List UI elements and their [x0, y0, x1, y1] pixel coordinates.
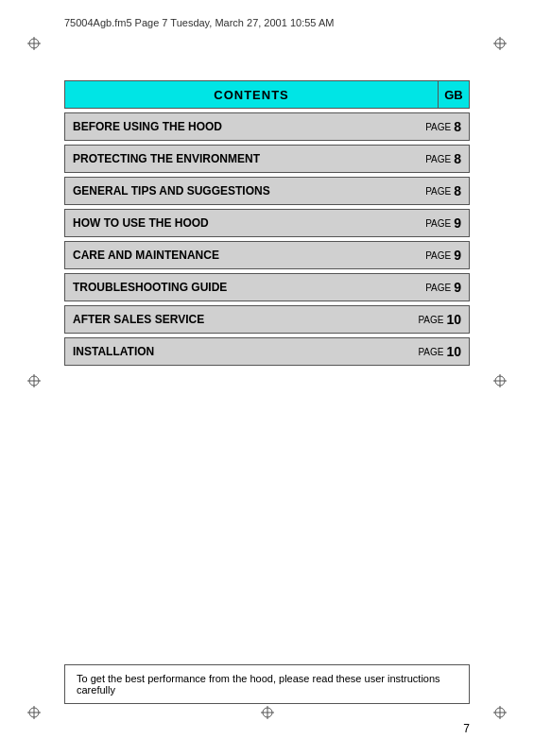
corner-mark-tr: [492, 36, 508, 51]
corner-mark-ml: [26, 373, 42, 388]
contents-title-row: CONTENTS GB: [64, 80, 470, 109]
toc-row-page: PAGE 9: [393, 210, 469, 236]
page: 75004Agb.fm5 Page 7 Tuesday, March 27, 2…: [0, 0, 534, 756]
toc-row-label: AFTER SALES SERVICE: [65, 306, 393, 333]
toc-page-word: PAGE: [418, 315, 443, 325]
toc-page-word: PAGE: [425, 218, 451, 229]
content-area: CONTENTS GB BEFORE USING THE HOOD PAGE 8…: [64, 80, 470, 366]
toc-page-number: 8: [454, 183, 461, 198]
toc-row-page: PAGE 10: [393, 338, 469, 365]
toc-row-title: BEFORE USING THE HOOD: [73, 120, 222, 133]
toc-row-label: TROUBLESHOOTING GUIDE: [65, 274, 393, 301]
toc-row-label: INSTALLATION: [65, 338, 393, 365]
toc-row-title: INSTALLATION: [73, 345, 154, 358]
toc-page-word: PAGE: [425, 250, 451, 261]
toc-row-label: HOW TO USE THE HOOD: [65, 210, 393, 236]
toc-page-number: 9: [454, 248, 461, 263]
toc-page-number: 10: [446, 312, 461, 327]
toc-row: AFTER SALES SERVICE PAGE 10: [64, 305, 470, 334]
toc-row-page: PAGE 8: [393, 146, 469, 172]
toc-row-page: PAGE 8: [393, 113, 469, 140]
toc-page-word: PAGE: [418, 347, 443, 357]
toc-row-label: GENERAL TIPS AND SUGGESTIONS: [65, 178, 393, 204]
bottom-note: To get the best performance from the hoo…: [64, 664, 470, 704]
toc-page-number: 9: [454, 215, 461, 231]
corner-mark-mr: [492, 373, 508, 388]
toc-row-title: AFTER SALES SERVICE: [73, 313, 204, 326]
corner-mark-bl: [26, 705, 42, 720]
toc-page-word: PAGE: [425, 154, 451, 164]
toc-row-page: PAGE 10: [393, 306, 469, 333]
toc-page-word: PAGE: [425, 122, 451, 132]
contents-gb-text: GB: [444, 88, 463, 102]
toc-page-number: 10: [446, 344, 461, 359]
toc-row-label: BEFORE USING THE HOOD: [65, 113, 393, 140]
toc-row-title: TROUBLESHOOTING GUIDE: [73, 281, 227, 294]
toc-row-page: PAGE 9: [393, 242, 469, 268]
toc-page-number: 8: [454, 151, 461, 166]
contents-title-text: CONTENTS: [214, 88, 289, 102]
contents-gb-badge: GB: [438, 80, 470, 109]
toc-row: TROUBLESHOOTING GUIDE PAGE 9: [64, 273, 470, 301]
toc-row: INSTALLATION PAGE 10: [64, 337, 470, 366]
toc-row-label: PROTECTING THE ENVIRONMENT: [65, 146, 393, 172]
toc-page-number: 8: [454, 119, 461, 134]
page-number: 7: [463, 722, 470, 735]
toc-row-title: PROTECTING THE ENVIRONMENT: [73, 152, 260, 165]
toc-row: BEFORE USING THE HOOD PAGE 8: [64, 112, 470, 141]
file-header: 75004Agb.fm5 Page 7 Tuesday, March 27, 2…: [64, 17, 334, 28]
toc-page-word: PAGE: [425, 283, 451, 293]
corner-mark-tl: [26, 36, 42, 51]
corner-mark-bm: [260, 705, 275, 720]
toc-row: PROTECTING THE ENVIRONMENT PAGE 8: [64, 145, 470, 173]
toc-page-word: PAGE: [425, 186, 451, 197]
toc-list: BEFORE USING THE HOOD PAGE 8 PROTECTING …: [64, 112, 470, 366]
toc-row-page: PAGE 8: [393, 178, 469, 204]
toc-row: GENERAL TIPS AND SUGGESTIONS PAGE 8: [64, 177, 470, 205]
toc-row-title: HOW TO USE THE HOOD: [73, 216, 209, 230]
toc-row: CARE AND MAINTENANCE PAGE 9: [64, 241, 470, 269]
toc-row: HOW TO USE THE HOOD PAGE 9: [64, 209, 470, 237]
toc-row-title: CARE AND MAINTENANCE: [73, 249, 219, 262]
toc-row-page: PAGE 9: [393, 274, 469, 301]
bottom-note-text: To get the best performance from the hoo…: [77, 673, 440, 696]
contents-title-main: CONTENTS: [64, 80, 438, 109]
toc-page-number: 9: [454, 280, 461, 295]
toc-row-title: GENERAL TIPS AND SUGGESTIONS: [73, 184, 270, 198]
corner-mark-br: [492, 705, 508, 720]
toc-row-label: CARE AND MAINTENANCE: [65, 242, 393, 268]
